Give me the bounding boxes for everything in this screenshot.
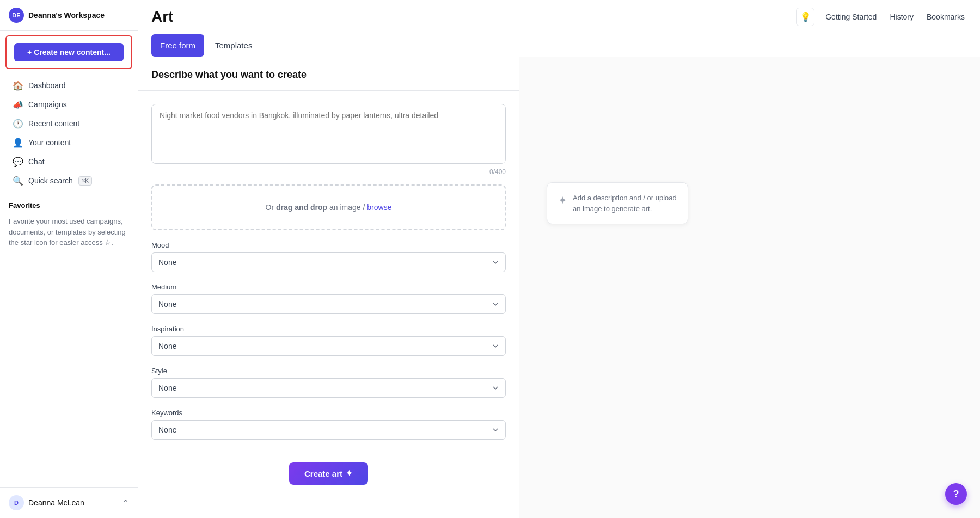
workspace-avatar: DE: [9, 8, 24, 23]
content-area: Describe what you want to create 0/400 O…: [138, 57, 980, 518]
campaigns-icon: 📣: [13, 100, 23, 109]
preview-hint-text: Add a description and / or upload an ima…: [573, 193, 677, 214]
lightbulb-icon-button[interactable]: 💡: [796, 8, 814, 26]
sidebar: DE Deanna's Workspace + Create new conte…: [0, 0, 138, 518]
sparkle-icon: ✦: [346, 468, 353, 478]
sidebar-item-recent-content[interactable]: 🕐 Recent content: [4, 114, 133, 133]
medium-field-group: Medium None: [151, 283, 506, 314]
preview-hint: ✦ Add a description and / or upload an i…: [547, 182, 688, 224]
sidebar-bottom: D Deanna McLean ⌃: [0, 487, 138, 518]
sidebar-item-label: Campaigns: [28, 100, 67, 109]
prompt-textarea[interactable]: [151, 104, 506, 164]
top-bar: Art 💡 Getting Started History Bookmarks: [138, 0, 980, 34]
form-body: 0/400 Or drag and drop an image / browse…: [138, 91, 519, 453]
preview-panel: ✦ Add a description and / or upload an i…: [519, 57, 980, 518]
getting-started-button[interactable]: Getting Started: [823, 9, 879, 24]
form-section-header: Describe what you want to create: [138, 57, 519, 91]
bookmarks-button[interactable]: Bookmarks: [924, 9, 967, 24]
sidebar-header: DE Deanna's Workspace: [0, 0, 138, 31]
medium-select[interactable]: None: [151, 294, 506, 314]
drop-zone-text-after: an image /: [327, 203, 367, 212]
history-button[interactable]: History: [887, 9, 916, 24]
chevron-up-icon[interactable]: ⌃: [122, 498, 129, 508]
help-button[interactable]: ?: [945, 483, 967, 505]
sidebar-item-your-content[interactable]: 👤 Your content: [4, 133, 133, 152]
sidebar-item-label: Recent content: [28, 119, 79, 128]
create-btn-wrapper: + Create new content...: [5, 35, 132, 69]
mood-label: Mood: [151, 241, 506, 249]
user-info: D Deanna McLean: [9, 495, 84, 510]
user-avatar: D: [9, 495, 24, 510]
your-content-icon: 👤: [13, 138, 23, 147]
create-art-button[interactable]: Create art ✦: [289, 462, 368, 485]
sidebar-item-label: Dashboard: [28, 81, 66, 90]
sidebar-item-label: Your content: [28, 138, 71, 147]
page-title: Art: [151, 8, 173, 26]
favorites-section-title: Favorites: [0, 193, 138, 214]
mood-select[interactable]: None: [151, 252, 506, 272]
search-icon: 🔍: [13, 176, 23, 186]
medium-label: Medium: [151, 283, 506, 291]
keywords-field-group: Keywords None: [151, 409, 506, 440]
shortcut-badge: ⌘K: [78, 176, 92, 186]
form-panel: Describe what you want to create 0/400 O…: [138, 57, 519, 518]
sidebar-item-label: Chat: [28, 157, 45, 166]
sidebar-item-chat[interactable]: 💬 Chat: [4, 152, 133, 171]
keywords-select[interactable]: None: [151, 420, 506, 440]
mood-field-group: Mood None: [151, 241, 506, 272]
drop-zone-text-before: Or: [266, 203, 276, 212]
keywords-label: Keywords: [151, 409, 506, 417]
bottom-bar: Create art ✦: [138, 453, 519, 494]
workspace-name: Deanna's Workspace: [28, 11, 105, 20]
sidebar-item-label: Quick search: [28, 176, 73, 185]
sidebar-item-quick-search[interactable]: 🔍 Quick search ⌘K: [4, 171, 133, 190]
style-field-group: Style None: [151, 367, 506, 398]
inspiration-select[interactable]: None: [151, 336, 506, 356]
recent-content-icon: 🕐: [13, 119, 23, 128]
user-name: Deanna McLean: [28, 498, 84, 507]
tab-free-form[interactable]: Free form: [151, 34, 204, 57]
top-bar-actions: 💡 Getting Started History Bookmarks: [796, 8, 967, 26]
tabs-bar: Free form Templates: [138, 34, 980, 57]
style-label: Style: [151, 367, 506, 375]
drop-zone[interactable]: Or drag and drop an image / browse: [151, 184, 506, 230]
main-content: Art 💡 Getting Started History Bookmarks …: [138, 0, 980, 518]
char-count: 0/400: [151, 168, 506, 176]
sidebar-item-dashboard[interactable]: 🏠 Dashboard: [4, 76, 133, 95]
create-art-label: Create art: [304, 469, 342, 478]
browse-link[interactable]: browse: [367, 203, 391, 212]
inspiration-label: Inspiration: [151, 325, 506, 333]
inspiration-field-group: Inspiration None: [151, 325, 506, 356]
sidebar-nav: 🏠 Dashboard 📣 Campaigns 🕐 Recent content…: [0, 73, 138, 193]
style-select[interactable]: None: [151, 378, 506, 398]
drag-drop-text: drag and drop: [276, 203, 327, 212]
tab-templates[interactable]: Templates: [206, 34, 261, 57]
favorites-description: Favorite your most used campaigns, docum…: [0, 214, 138, 250]
dashboard-icon: 🏠: [13, 81, 23, 90]
sparkle-hint-icon: ✦: [558, 194, 567, 207]
sidebar-item-campaigns[interactable]: 📣 Campaigns: [4, 95, 133, 114]
create-new-content-button[interactable]: + Create new content...: [14, 43, 124, 61]
chat-icon: 💬: [13, 157, 23, 166]
